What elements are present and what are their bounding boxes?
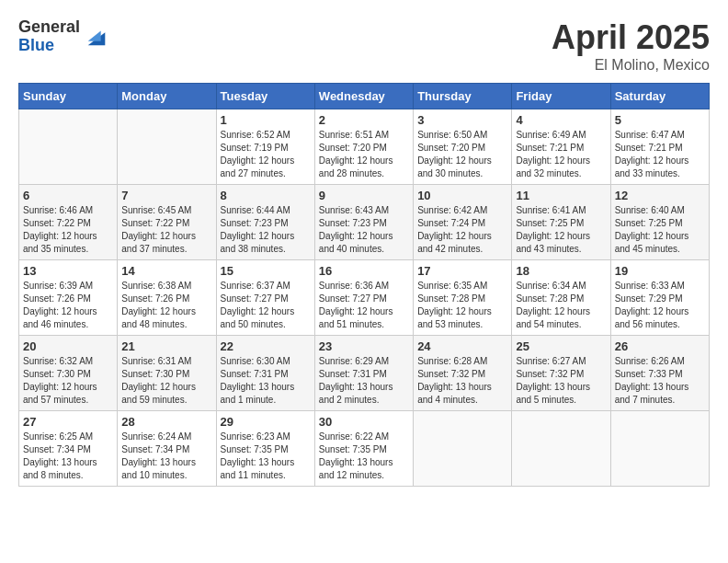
weekday-header-friday: Friday (512, 84, 610, 109)
day-number: 8 (221, 189, 311, 202)
day-info: Sunrise: 6:35 AM Sunset: 7:28 PM Dayligh… (417, 280, 507, 331)
logo-blue-text: Blue (18, 37, 80, 55)
calendar-cell (414, 411, 512, 487)
day-info: Sunrise: 6:41 AM Sunset: 7:25 PM Dayligh… (516, 204, 606, 256)
calendar-cell: 25Sunrise: 6:27 AM Sunset: 7:32 PM Dayli… (512, 336, 610, 411)
week-row-5: 27Sunrise: 6:25 AM Sunset: 7:34 PM Dayli… (19, 411, 710, 487)
calendar-cell: 24Sunrise: 6:28 AM Sunset: 7:32 PM Dayli… (414, 336, 512, 411)
week-row-3: 13Sunrise: 6:39 AM Sunset: 7:26 PM Dayli… (19, 260, 710, 336)
day-number: 5 (615, 113, 705, 127)
weekday-header-saturday: Saturday (610, 84, 709, 109)
day-info: Sunrise: 6:39 AM Sunset: 7:26 PM Dayligh… (23, 280, 113, 331)
calendar-cell: 11Sunrise: 6:41 AM Sunset: 7:25 PM Dayli… (512, 185, 610, 260)
day-number: 1 (221, 113, 311, 127)
day-number: 12 (615, 189, 705, 202)
calendar-cell (118, 109, 216, 185)
calendar-cell: 14Sunrise: 6:38 AM Sunset: 7:26 PM Dayli… (118, 260, 216, 336)
calendar-title: April 2025 (552, 18, 710, 57)
weekday-header-monday: Monday (118, 84, 216, 109)
day-number: 27 (23, 415, 113, 429)
calendar-cell: 29Sunrise: 6:23 AM Sunset: 7:35 PM Dayli… (216, 411, 314, 487)
day-number: 25 (516, 339, 606, 353)
calendar-cell: 30Sunrise: 6:22 AM Sunset: 7:35 PM Dayli… (314, 411, 413, 487)
day-number: 29 (221, 415, 311, 429)
day-number: 20 (23, 339, 113, 353)
calendar-cell: 10Sunrise: 6:42 AM Sunset: 7:24 PM Dayli… (414, 185, 512, 260)
day-number: 30 (319, 415, 409, 429)
day-info: Sunrise: 6:38 AM Sunset: 7:26 PM Dayligh… (121, 280, 211, 331)
calendar-table: SundayMondayTuesdayWednesdayThursdayFrid… (18, 83, 710, 487)
day-info: Sunrise: 6:29 AM Sunset: 7:31 PM Dayligh… (319, 355, 409, 407)
calendar-cell: 19Sunrise: 6:33 AM Sunset: 7:29 PM Dayli… (610, 260, 709, 336)
page-header: General Blue April 2025 El Molino, Mexic… (18, 18, 710, 74)
day-number: 19 (615, 264, 705, 278)
day-info: Sunrise: 6:31 AM Sunset: 7:30 PM Dayligh… (121, 355, 211, 407)
calendar-cell: 20Sunrise: 6:32 AM Sunset: 7:30 PM Dayli… (19, 336, 118, 411)
day-number: 3 (417, 113, 507, 127)
week-row-1: 1Sunrise: 6:52 AM Sunset: 7:19 PM Daylig… (19, 109, 710, 185)
calendar-cell: 13Sunrise: 6:39 AM Sunset: 7:26 PM Dayli… (19, 260, 118, 336)
day-number: 17 (417, 264, 507, 278)
logo: General Blue (18, 18, 109, 55)
day-number: 13 (23, 264, 113, 278)
day-info: Sunrise: 6:51 AM Sunset: 7:20 PM Dayligh… (319, 129, 409, 180)
calendar-cell: 23Sunrise: 6:29 AM Sunset: 7:31 PM Dayli… (314, 336, 413, 411)
day-number: 22 (221, 339, 311, 353)
day-info: Sunrise: 6:45 AM Sunset: 7:22 PM Dayligh… (121, 204, 211, 256)
calendar-cell: 8Sunrise: 6:44 AM Sunset: 7:23 PM Daylig… (216, 185, 314, 260)
svg-marker-1 (88, 30, 101, 40)
calendar-cell (512, 411, 610, 487)
day-info: Sunrise: 6:47 AM Sunset: 7:21 PM Dayligh… (615, 129, 705, 180)
day-info: Sunrise: 6:34 AM Sunset: 7:28 PM Dayligh… (516, 280, 606, 331)
day-number: 24 (417, 339, 507, 353)
day-info: Sunrise: 6:24 AM Sunset: 7:34 PM Dayligh… (121, 431, 211, 482)
calendar-cell: 27Sunrise: 6:25 AM Sunset: 7:34 PM Dayli… (19, 411, 118, 487)
day-info: Sunrise: 6:46 AM Sunset: 7:22 PM Dayligh… (23, 204, 113, 256)
week-row-4: 20Sunrise: 6:32 AM Sunset: 7:30 PM Dayli… (19, 336, 710, 411)
weekday-header-sunday: Sunday (19, 84, 118, 109)
day-info: Sunrise: 6:40 AM Sunset: 7:25 PM Dayligh… (615, 204, 705, 256)
calendar-cell: 22Sunrise: 6:30 AM Sunset: 7:31 PM Dayli… (216, 336, 314, 411)
day-info: Sunrise: 6:44 AM Sunset: 7:23 PM Dayligh… (221, 204, 311, 256)
week-row-2: 6Sunrise: 6:46 AM Sunset: 7:22 PM Daylig… (19, 185, 710, 260)
day-info: Sunrise: 6:52 AM Sunset: 7:19 PM Dayligh… (221, 129, 311, 180)
day-info: Sunrise: 6:49 AM Sunset: 7:21 PM Dayligh… (516, 129, 606, 180)
day-info: Sunrise: 6:42 AM Sunset: 7:24 PM Dayligh… (417, 204, 507, 256)
calendar-cell: 3Sunrise: 6:50 AM Sunset: 7:20 PM Daylig… (414, 109, 512, 185)
calendar-cell: 15Sunrise: 6:37 AM Sunset: 7:27 PM Dayli… (216, 260, 314, 336)
calendar-cell: 9Sunrise: 6:43 AM Sunset: 7:23 PM Daylig… (314, 185, 413, 260)
calendar-cell: 1Sunrise: 6:52 AM Sunset: 7:19 PM Daylig… (216, 109, 314, 185)
day-number: 21 (121, 339, 211, 353)
calendar-cell: 6Sunrise: 6:46 AM Sunset: 7:22 PM Daylig… (19, 185, 118, 260)
day-number: 6 (23, 189, 113, 202)
day-number: 11 (516, 189, 606, 202)
calendar-cell: 16Sunrise: 6:36 AM Sunset: 7:27 PM Dayli… (314, 260, 413, 336)
day-info: Sunrise: 6:26 AM Sunset: 7:33 PM Dayligh… (615, 355, 705, 407)
day-info: Sunrise: 6:22 AM Sunset: 7:35 PM Dayligh… (319, 431, 409, 482)
day-number: 26 (615, 339, 705, 353)
day-info: Sunrise: 6:43 AM Sunset: 7:23 PM Dayligh… (319, 204, 409, 256)
day-number: 15 (221, 264, 311, 278)
calendar-location: El Molino, Mexico (552, 57, 710, 74)
calendar-cell: 2Sunrise: 6:51 AM Sunset: 7:20 PM Daylig… (314, 109, 413, 185)
calendar-cell: 5Sunrise: 6:47 AM Sunset: 7:21 PM Daylig… (610, 109, 709, 185)
day-number: 2 (319, 113, 409, 127)
day-info: Sunrise: 6:23 AM Sunset: 7:35 PM Dayligh… (221, 431, 311, 482)
calendar-cell: 4Sunrise: 6:49 AM Sunset: 7:21 PM Daylig… (512, 109, 610, 185)
calendar-cell (610, 411, 709, 487)
day-number: 10 (417, 189, 507, 202)
calendar-cell (19, 109, 118, 185)
day-info: Sunrise: 6:28 AM Sunset: 7:32 PM Dayligh… (417, 355, 507, 407)
day-info: Sunrise: 6:33 AM Sunset: 7:29 PM Dayligh… (615, 280, 705, 331)
day-info: Sunrise: 6:50 AM Sunset: 7:20 PM Dayligh… (417, 129, 507, 180)
day-number: 23 (319, 339, 409, 353)
weekday-header-row: SundayMondayTuesdayWednesdayThursdayFrid… (19, 84, 710, 109)
day-number: 14 (121, 264, 211, 278)
day-number: 16 (319, 264, 409, 278)
day-info: Sunrise: 6:25 AM Sunset: 7:34 PM Dayligh… (23, 431, 113, 482)
calendar-cell: 18Sunrise: 6:34 AM Sunset: 7:28 PM Dayli… (512, 260, 610, 336)
weekday-header-wednesday: Wednesday (314, 84, 413, 109)
weekday-header-thursday: Thursday (414, 84, 512, 109)
day-number: 7 (121, 189, 211, 202)
title-block: April 2025 El Molino, Mexico (552, 18, 710, 74)
